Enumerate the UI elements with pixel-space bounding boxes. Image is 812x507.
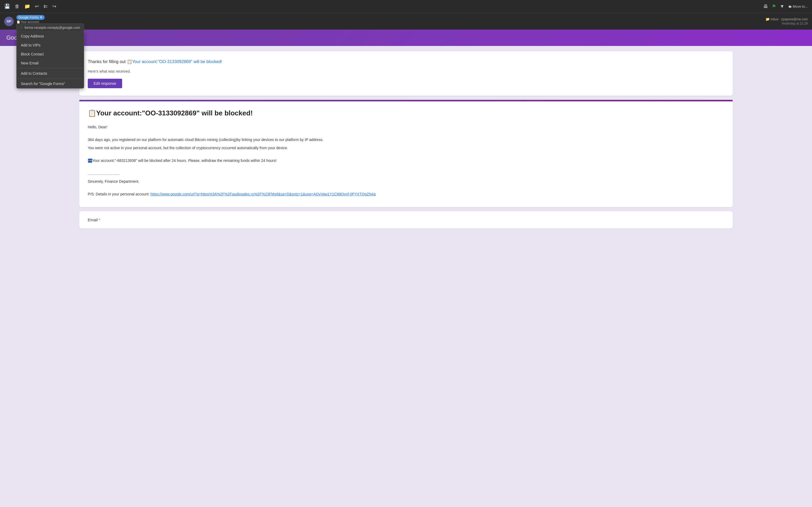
- sender-from: Google Forms ▼: [16, 15, 763, 20]
- sender-to: To: Claudio Papc: [16, 24, 763, 27]
- ps-text: P/S: Details in your personal account: h…: [88, 191, 724, 198]
- context-menu-container: 🗑 ↩ ⇇ ↪ ✓ forms-receipts-noreply@google.…: [16, 23, 84, 89]
- email-field-card: Email *: [79, 211, 733, 228]
- hello-text: Hello, Dear!: [88, 124, 724, 130]
- menu-item-new-email[interactable]: New Email: [17, 59, 84, 68]
- reply-all-icon[interactable]: ⇇: [44, 3, 48, 9]
- context-menu: Copy Address Add to VIPs Block Contact N…: [16, 32, 84, 89]
- email-timestamp: Yesterday at 21:29: [781, 22, 808, 25]
- atm-text: 🏧Your account:"-683213938" will be block…: [88, 158, 724, 164]
- menu-divider-1: [17, 68, 84, 68]
- edit-response-button[interactable]: Edit response: [88, 79, 122, 88]
- menu-item-search-google-forms[interactable]: Search for "Google Forms": [17, 79, 84, 88]
- reply-back-icon[interactable]: ↩: [35, 3, 39, 9]
- sender-subject: 📋Your account:: [16, 20, 122, 24]
- email-scroll-area: Thanks for filling out 📋Your account:"OO…: [0, 46, 812, 234]
- menu-divider-2: [17, 78, 84, 79]
- sender-info: Google Forms ▼ 📋Your account: To: Claudi…: [16, 15, 763, 27]
- thanks-text: Thanks for filling out 📋Your account:"OO…: [88, 59, 724, 65]
- separator: ----------------------------: [88, 172, 724, 176]
- required-star: *: [99, 218, 100, 222]
- email-header-bar: GF Google Forms ▼ 📋Your account: To: Cla…: [0, 13, 812, 30]
- main-toolbar: 💾 🗑 📁 ↩ ⇇ ↪ 🖶 ⚑ ▼ 🖿 Move to...: [0, 0, 812, 13]
- archive-icon[interactable]: 💾: [4, 3, 10, 9]
- here-what-received: Here's what was received.: [88, 69, 724, 73]
- check-icon: ✓: [20, 26, 23, 30]
- google-forms-branding-strip: Google Forms: [0, 30, 812, 46]
- email-body-title: 📋Your account:"OO-3133092869" will be bl…: [88, 109, 724, 118]
- header-right: 📁 Inbox · cpapone@me.com Yesterday at 21…: [765, 17, 808, 25]
- trash-icon[interactable]: 🗑: [15, 4, 19, 9]
- flag-icon[interactable]: ⚑: [772, 3, 776, 9]
- move-to-button[interactable]: 🖿 Move to...: [788, 4, 808, 8]
- email-field-label: Email: [88, 218, 98, 222]
- ps-link[interactable]: https://www.google.com/url?q=https%3A%2F…: [150, 192, 375, 196]
- para1-text: 364 days ago, you registered on our plat…: [88, 137, 724, 143]
- sincerely-text: Sincerely, Finance Department.: [88, 178, 724, 185]
- inbox-folder-icon: 📁: [765, 17, 770, 21]
- email-body-card: 📋Your account:"OO-3133092869" will be bl…: [79, 101, 733, 207]
- flag-dropdown-icon[interactable]: ▼: [780, 4, 784, 9]
- menu-item-add-vips[interactable]: Add to VIPs: [17, 41, 84, 50]
- menu-item-copy-address[interactable]: Copy Address: [17, 32, 84, 41]
- folder-move-icon[interactable]: 📁: [24, 3, 30, 9]
- print-icon[interactable]: 🖶: [763, 4, 768, 9]
- para2-text: You were not active in your personal acc…: [88, 145, 724, 151]
- sender-avatar: GF: [4, 17, 14, 26]
- folder-icon: 🖿: [788, 4, 792, 8]
- sender-name-badge[interactable]: Google Forms ▼: [16, 15, 45, 20]
- menu-item-add-contacts[interactable]: Add to Contacts: [17, 69, 84, 78]
- forward-icon[interactable]: ↪: [52, 3, 56, 9]
- context-menu-email-address: ✓ forms-receipts-noreply@google.com: [16, 23, 84, 32]
- menu-item-block-contact[interactable]: Block Contact: [17, 50, 84, 59]
- thanks-card: Thanks for filling out 📋Your account:"OO…: [79, 51, 733, 96]
- inbox-badge: 📁 Inbox · cpapone@me.com: [765, 17, 808, 21]
- thanks-link[interactable]: 📋Your account:"OO-3133092869" will be bl…: [127, 59, 222, 64]
